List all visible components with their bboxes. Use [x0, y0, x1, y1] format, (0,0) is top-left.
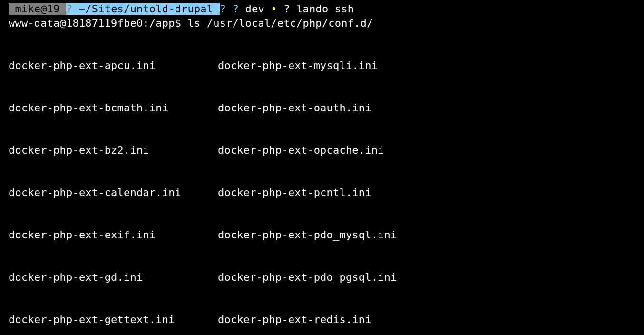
file-item: docker-php-ext-calendar.ini [9, 186, 218, 200]
file-item: docker-php-ext-gettext.ini [9, 313, 218, 327]
file-item: docker-php-ext-pdo_pgsql.ini [218, 270, 635, 285]
chevron-icon: ? [220, 3, 226, 15]
status-host: mike@19 [9, 3, 66, 15]
file-item: docker-php-ext-bz2.ini [9, 143, 218, 158]
command-text: ls /usr/local/etc/php/conf.d/ [187, 17, 373, 29]
git-branch: dev [239, 3, 271, 15]
file-item: docker-php-ext-exif.ini [9, 228, 218, 242]
chevron-icon: ? [66, 3, 72, 15]
shell-prompt: www-data@18187119fbe0:/app$ [9, 17, 187, 29]
file-item: docker-php-ext-redis.ini [218, 313, 635, 327]
file-item: docker-php-ext-oauth.ini [218, 101, 635, 115]
file-item: docker-php-ext-gd.ini [9, 270, 218, 285]
chevron-icon: ? [283, 3, 290, 15]
branch-icon: ? [233, 3, 239, 15]
file-item: docker-php-ext-bcmath.ini [9, 101, 218, 115]
ls-output: docker-php-ext-apcu.ini docker-php-ext-b… [9, 30, 635, 335]
file-item: docker-php-ext-pcntl.ini [218, 186, 635, 200]
file-item: docker-php-ext-mysqli.ini [218, 59, 635, 73]
status-command: lando ssh [290, 3, 354, 15]
dirty-icon: • [271, 3, 283, 15]
status-bar: mike@19 ? ~/Sites/untold-drupal ? ? dev … [9, 2, 635, 16]
file-item: docker-php-ext-apcu.ini [9, 59, 218, 73]
prompt-line[interactable]: www-data@18187119fbe0:/app$ ls /usr/loca… [9, 16, 635, 30]
file-item: docker-php-ext-pdo_mysql.ini [218, 228, 635, 242]
status-path: ~/Sites/untold-drupal [72, 3, 219, 15]
file-item: docker-php-ext-opcache.ini [218, 143, 635, 158]
